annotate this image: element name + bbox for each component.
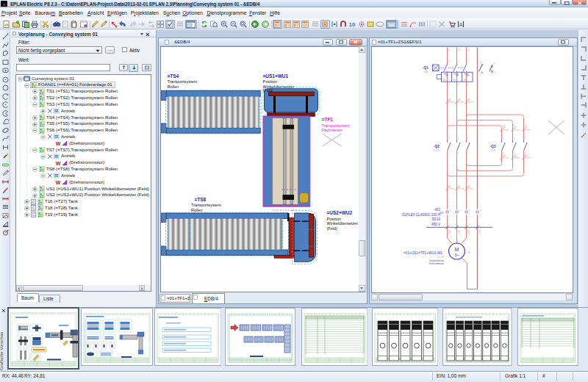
svg-text:=US2+WU2: =US2+WU2	[326, 210, 352, 215]
svg-text:BK: BK	[459, 185, 462, 188]
svg-text:Rollen: Rollen	[167, 84, 179, 89]
svg-text:BK: BK	[468, 98, 471, 101]
svg-text:BK: BK	[468, 185, 471, 188]
svg-text:Ø mm²: Ø mm²	[459, 187, 465, 190]
svg-text:Ø mm²: Ø mm²	[449, 101, 455, 104]
svg-text:10: 10	[349, 21, 356, 28]
svg-text:Ø mm²: Ø mm²	[514, 129, 520, 131]
svg-text:2: 2	[448, 151, 450, 154]
svg-text:1: 1	[448, 60, 450, 63]
svg-text:(Feld): (Feld)	[326, 226, 337, 231]
svg-text:Position: Position	[326, 217, 341, 221]
svg-text:13: 13	[480, 61, 483, 64]
svg-text:=US1+WU1: =US1+WU1	[262, 73, 288, 79]
svg-text:BK: BK	[449, 98, 452, 101]
svg-text:2: 2	[503, 151, 504, 154]
svg-text:e: e	[3, 1, 5, 7]
svg-text:=TS4: =TS4	[167, 73, 179, 79]
svg-text:2: 2	[467, 151, 469, 154]
svg-text:Transportsystem: Transportsystem	[167, 79, 197, 84]
svg-text:BK: BK	[514, 154, 517, 157]
svg-text:I>: I>	[453, 79, 456, 82]
svg-text:450 V: 450 V	[431, 223, 441, 226]
svg-text:22: 22	[493, 71, 496, 74]
svg-text:BK: BK	[503, 154, 506, 157]
svg-text::4: :4	[479, 209, 481, 212]
svg-text:BK: BK	[459, 98, 462, 101]
svg-text:Ø mm²: Ø mm²	[459, 101, 465, 104]
svg-text:Flachriemen: Flachriemen	[321, 128, 343, 132]
svg-text::1: :1	[449, 209, 451, 212]
svg-text:Ø mm²: Ø mm²	[468, 101, 474, 104]
svg-text:Ø mm²: Ø mm²	[503, 129, 509, 131]
svg-text:=TF1: =TF1	[321, 117, 333, 122]
svg-text:/1.1.8: /1.1.8	[490, 149, 496, 152]
svg-text:10A: 10A	[423, 71, 429, 73]
svg-text:3: 3	[458, 60, 459, 63]
svg-text:A: A	[459, 22, 463, 27]
svg-text:Rollen: Rollen	[191, 208, 203, 212]
svg-text:L2: L2	[458, 48, 461, 51]
svg-text:W: W	[56, 141, 61, 146]
svg-text:Position: Position	[262, 79, 277, 84]
svg-text:BK: BK	[449, 185, 452, 188]
svg-text:-X1: -X1	[439, 211, 444, 215]
svg-text:I>: I>	[464, 79, 466, 82]
svg-text:-Q3: -Q3	[490, 145, 496, 148]
svg-text:I>: I>	[443, 79, 445, 82]
svg-text:(Feld): (Feld)	[262, 88, 273, 93]
svg-text:W1: W1	[463, 240, 466, 243]
svg-text:BK: BK	[514, 126, 517, 129]
svg-text:2: 2	[525, 151, 526, 154]
svg-text:=01+US1=TF1+WU1-M1: =01+US1=TF1+WU1-M1	[404, 251, 443, 255]
svg-text:4: 4	[458, 83, 459, 86]
svg-text:PE: PE	[468, 251, 471, 254]
svg-text:Ø mm²: Ø mm²	[503, 156, 509, 159]
svg-text:BK: BK	[503, 126, 506, 129]
svg-text:L1: L1	[448, 48, 451, 51]
svg-text:C: C	[32, 212, 35, 217]
svg-text::3: :3	[468, 209, 470, 212]
svg-text:2: 2	[514, 151, 515, 154]
svg-text:2: 2	[448, 83, 450, 86]
svg-text:14: 14	[480, 72, 483, 75]
svg-text:6: 6	[467, 83, 469, 86]
svg-text:/1.1.8: /1.1.8	[434, 149, 440, 152]
svg-text:L3: L3	[467, 48, 470, 51]
svg-text:ÖLFLEX CLASSIC 100 H: ÖLFLEX CLASSIC 100 H	[402, 212, 440, 217]
svg-text:Ø mm²: Ø mm²	[468, 187, 474, 190]
svg-text:W: W	[56, 160, 61, 165]
svg-text:Ø mm²: Ø mm²	[514, 156, 520, 159]
svg-text:BK: BK	[526, 126, 528, 129]
svg-text:1.1 kW: 1.1 kW	[437, 256, 445, 259]
svg-text:U1: U1	[449, 240, 452, 243]
svg-text:Ø mm²: Ø mm²	[449, 187, 455, 190]
svg-text:-Q1: -Q1	[423, 66, 429, 70]
svg-text:M: M	[455, 247, 459, 252]
svg-text:BK: BK	[526, 154, 528, 157]
svg-text:=TS8: =TS8	[194, 197, 206, 202]
svg-text:W: W	[56, 180, 61, 185]
svg-text:Winkelübersetzer: Winkelübersetzer	[326, 221, 358, 226]
svg-text:Ø mm²: Ø mm²	[526, 129, 531, 131]
svg-text:2: 2	[458, 151, 459, 154]
svg-text:Ø mm²: Ø mm²	[526, 156, 531, 159]
svg-text:C: C	[32, 200, 35, 204]
svg-text:V1: V1	[457, 240, 460, 243]
svg-text:C: C	[32, 206, 35, 210]
svg-text:-Q2: -Q2	[434, 145, 440, 148]
svg-text:21: 21	[493, 62, 496, 65]
svg-text:Drehstrommotor: Drehstrommotor	[429, 262, 444, 265]
svg-text:3~: 3~	[454, 253, 459, 257]
svg-text:Transportsystem: Transportsystem	[191, 203, 221, 207]
svg-text::2: :2	[459, 209, 461, 212]
svg-text:5: 5	[467, 60, 469, 63]
svg-text:5G10: 5G10	[432, 217, 441, 221]
